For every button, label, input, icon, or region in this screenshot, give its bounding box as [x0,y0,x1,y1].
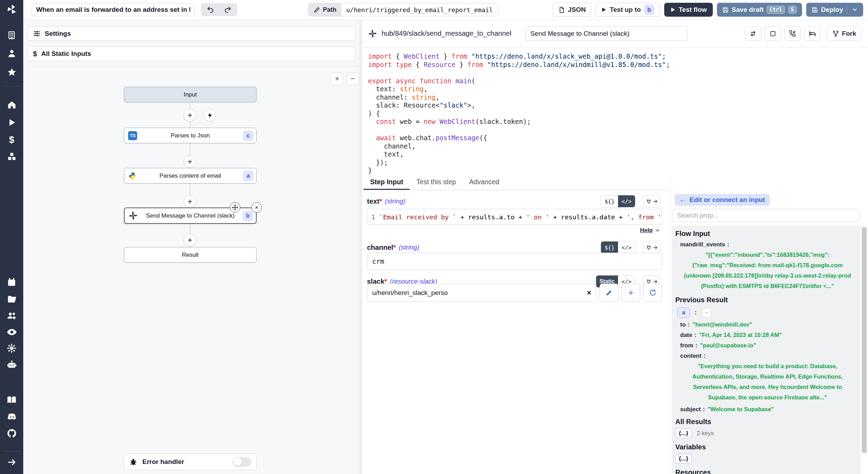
template-mode-button[interactable]: ${} [601,242,618,253]
windmill-logo-icon[interactable] [0,4,23,15]
workspace-building-icon[interactable] [0,31,23,40]
channel-value-input[interactable]: crm [367,253,662,270]
flow-settings-bar[interactable]: Settings [28,26,355,41]
edit-resource-button[interactable] [600,283,618,302]
clear-resource-button[interactable]: × [587,288,591,297]
add-step-button[interactable]: + [184,109,196,121]
pane-resize-divider[interactable] [360,20,362,474]
flow-node-input[interactable]: Input [124,87,257,102]
node-label: Parses to Json [137,132,243,139]
trigger-bolt-button[interactable] [203,109,216,121]
flow-node-parses-to-json[interactable]: TS Parses to Json c [124,128,257,143]
expand-object-button[interactable]: {...} [675,454,692,464]
prop-entry[interactable]: from:"paul@supabase.io" [680,342,857,349]
flow-node-parses-content[interactable]: Parses content of email a [124,168,257,184]
swap-step-button[interactable] [745,26,761,41]
save-draft-button[interactable]: Save draft Ctrl S [717,3,802,17]
error-handler-node[interactable]: Error handler [124,454,257,470]
connect-input-button[interactable] [643,195,660,208]
add-step-button[interactable]: + [184,195,196,208]
refresh-resources-button[interactable] [643,283,662,302]
add-step-button[interactable]: + [184,234,196,246]
undo-button[interactable] [202,4,218,15]
groups-gear-icon[interactable] [0,311,23,321]
chevron-down-icon[interactable] [852,7,858,13]
tab-advanced[interactable]: Advanced [462,175,506,190]
deploy-separator [847,6,848,14]
discord-icon[interactable] [0,412,23,422]
previous-result-fields: to:"henri@windmill.dev"date:"Fri, Apr 14… [675,321,857,413]
tab-step-input[interactable]: Step Input [364,175,410,190]
runs-play-icon[interactable] [0,118,23,127]
step-summary-input[interactable] [525,26,688,41]
home-icon[interactable] [0,100,23,110]
github-icon[interactable] [0,428,23,439]
connect-input-button[interactable] [643,241,660,254]
edit-path-button[interactable]: Path [309,3,341,16]
settings-gear-icon[interactable] [0,343,23,353]
favorites-star-icon[interactable] [0,67,23,77]
sleep-bed-button[interactable] [804,26,821,41]
test-up-to-button[interactable]: Test up to b [595,3,660,17]
graph-zoom-out-button[interactable]: − [347,73,359,85]
flow-title-input[interactable] [32,3,195,16]
tab-test-this-step[interactable]: Test this step [410,175,462,190]
edit-or-connect-label: Edit or connect an input [690,196,765,204]
prop-value: "Everything you need to build a product:… [680,361,855,403]
template-mode-button[interactable]: ${} [601,195,618,207]
text-expression-editor[interactable]: 1 `Email received by ` + results.a.to + … [367,209,662,225]
flow-path-value[interactable]: u/henri/triggered_by_email_report_email [341,3,498,16]
stop-after-step-button[interactable] [765,26,781,41]
docs-book-icon[interactable] [0,395,23,405]
edit-or-connect-button[interactable]: ← Edit or connect an input [675,194,770,206]
result-key-badge[interactable]: a [677,307,690,318]
test-up-to-step-badge: b [644,5,654,15]
code-editor[interactable]: import { WebClient } from "https://deno.… [362,48,861,175]
previous-result-title: Previous Result [675,296,857,304]
delete-node-button[interactable]: × [251,202,262,213]
json-button[interactable]: JSON [553,3,592,17]
variables-dollar-icon[interactable]: $ [0,135,23,145]
help-link[interactable]: Help [640,227,653,234]
line-number: 1 [367,213,379,221]
text-mode-toggle: ${} </> [601,195,635,208]
js-mode-button[interactable]: </> [618,242,635,253]
prop-entry[interactable]: date:"Fri, Apr 14, 2023 at 10:28 AM" [680,332,857,339]
all-static-inputs-bar[interactable]: $ All Static Inputs [28,46,355,61]
folders-icon[interactable] [0,294,23,304]
prop-entry[interactable]: mandrill_events: [680,241,857,248]
redo-button[interactable] [220,4,236,15]
user-icon[interactable] [0,49,23,58]
prop-search-input[interactable] [672,209,860,222]
test-flow-button[interactable]: Test flow [664,3,713,17]
move-node-button[interactable] [230,202,240,213]
slack-resource-input[interactable]: u/henri/henri_slack_perso × [367,283,596,302]
collapse-arrow-right-icon[interactable] [0,457,23,467]
slack-resource-value: u/henri/henri_slack_perso [372,289,448,297]
prop-entry[interactable]: subject:"Welcome to Supabase" [680,406,857,413]
flow-node-result[interactable]: Result [124,247,257,263]
scrollbar-thumb[interactable] [862,227,867,453]
suspend-phone-button[interactable] [784,26,801,41]
workers-robot-icon[interactable] [0,359,23,370]
collapse-button[interactable]: - [702,308,711,317]
fork-button[interactable]: Fork [827,26,862,41]
prop-entry[interactable]: to:"henri@windmill.dev" [680,321,857,328]
prop-value: "Welcome to Supabase" [708,406,774,412]
save-icon [811,7,818,13]
keys-count: 2 keys [697,430,714,437]
error-handler-toggle[interactable] [233,457,251,467]
deploy-button[interactable]: Deploy [806,3,863,17]
slack-icon [368,29,377,38]
audit-eye-icon[interactable] [0,327,23,337]
kbd-ctrl: Ctrl [767,6,785,14]
add-step-button[interactable]: + [184,155,196,168]
add-resource-button[interactable]: + [621,283,640,302]
prop-entry[interactable]: content: [680,353,857,359]
schedules-calendar-icon[interactable] [0,278,23,287]
expand-object-button[interactable]: {...} [675,429,692,438]
resources-boxes-icon[interactable] [0,152,23,161]
js-mode-button[interactable]: </> [618,195,635,207]
sliders-icon [33,30,41,37]
graph-zoom-in-button[interactable]: + [331,73,343,85]
